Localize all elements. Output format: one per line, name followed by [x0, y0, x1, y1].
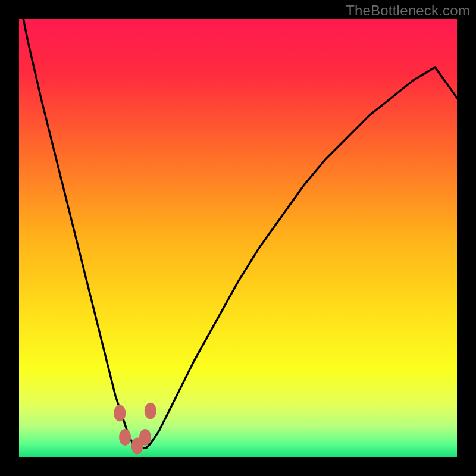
watermark-text: TheBottleneck.com: [346, 2, 470, 19]
gradient-background: [19, 19, 457, 457]
bottleneck-plot: [19, 19, 457, 457]
curve-marker: [114, 405, 126, 421]
curve-marker: [139, 429, 151, 446]
chart-frame: [19, 19, 457, 457]
curve-marker: [145, 403, 156, 419]
curve-marker: [119, 429, 131, 446]
